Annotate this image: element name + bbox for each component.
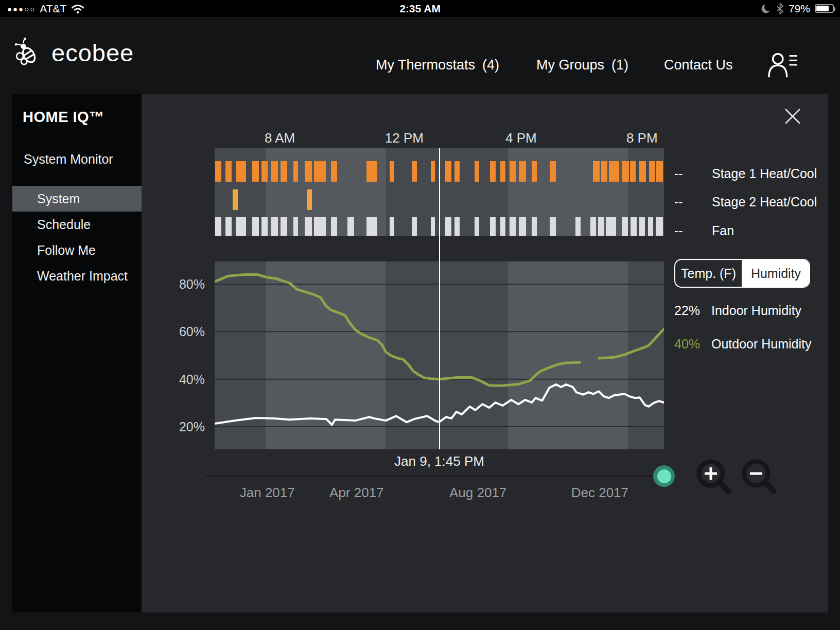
activity-bar — [500, 161, 505, 182]
legend-fan: --Fan — [674, 222, 734, 239]
brand-name: ecobee — [51, 39, 134, 67]
activity-bar — [412, 217, 417, 236]
activity-bar — [631, 217, 636, 236]
nav-my-thermostats[interactable]: My Thermostats(4) — [376, 57, 499, 73]
activity-bar — [215, 217, 221, 236]
activity-bar — [252, 217, 258, 236]
time-tick: 8 AM — [265, 129, 295, 147]
sidebar-item-follow-me[interactable]: Follow Me — [12, 237, 142, 263]
activity-bar — [606, 217, 616, 236]
status-right: 79% — [760, 0, 834, 17]
activity-bar — [307, 189, 312, 210]
battery-percent-label: 79% — [789, 3, 810, 15]
sidebar-title: HOME IQ™ — [23, 109, 104, 126]
activity-bar — [639, 161, 646, 182]
humidity-tick-label: 60% — [142, 324, 205, 339]
activity-bar — [366, 161, 377, 182]
toggle-humidity[interactable]: Humidity — [743, 260, 809, 287]
activity-bar — [510, 217, 516, 236]
activity-bar — [550, 161, 556, 182]
activity-bar — [305, 161, 312, 182]
activity-bar — [281, 161, 287, 182]
activity-bar — [630, 161, 636, 182]
activity-bar — [271, 161, 278, 182]
activity-bar — [261, 161, 268, 182]
toggle-temperature[interactable]: Temp. (F) — [675, 260, 743, 287]
activity-bar — [236, 217, 246, 236]
month-label: Aug 2017 — [449, 484, 506, 501]
sidebar-items: SystemScheduleFollow MeWeather Impact — [12, 186, 142, 289]
time-tick: 12 PM — [385, 129, 424, 147]
bluetooth-icon — [776, 3, 784, 15]
stage1-value: -- — [674, 165, 712, 182]
activity-bar — [390, 161, 395, 182]
activity-bar — [236, 161, 246, 182]
activity-bar — [445, 217, 451, 236]
activity-bar — [532, 217, 537, 236]
date-range-track[interactable] — [206, 476, 664, 477]
sidebar-item-system[interactable]: System — [12, 186, 142, 212]
activity-bar — [593, 161, 600, 182]
activity-bar — [622, 161, 629, 182]
account-icon — [766, 51, 798, 79]
ecobee-logo[interactable]: ecobee — [13, 38, 134, 67]
activity-bar — [454, 161, 460, 182]
humidity-tick-label: 40% — [142, 372, 205, 387]
activity-bar — [293, 161, 299, 182]
zoom-in-button[interactable] — [694, 457, 736, 498]
activity-bar — [305, 217, 312, 236]
clock-label: 2:35 AM — [0, 3, 840, 15]
moon-icon — [760, 3, 772, 14]
activity-bar — [639, 217, 645, 236]
activity-bar — [331, 161, 337, 182]
activity-bar — [532, 161, 537, 182]
activity-bar — [412, 161, 417, 182]
activity-bar — [215, 161, 221, 182]
fan-value: -- — [674, 222, 712, 239]
activity-bar — [445, 161, 451, 182]
activity-bar — [347, 217, 354, 236]
activity-bar — [575, 217, 581, 236]
activity-bar — [331, 217, 337, 236]
nav-my-groups[interactable]: My Groups(1) — [536, 57, 628, 73]
activity-bar — [648, 217, 653, 236]
thermostat-count: (4) — [482, 57, 499, 73]
zoom-in-icon — [694, 457, 736, 498]
outdoor-humidity-readout: 40%Outdoor Humidity — [674, 335, 812, 353]
stage2-label: Stage 2 Heat/Cool — [712, 195, 817, 209]
group-count: (1) — [611, 57, 628, 73]
close-icon — [783, 107, 802, 126]
activity-bar — [252, 161, 258, 182]
time-tick: 4 PM — [505, 129, 537, 147]
activity-bar — [261, 217, 268, 236]
sidebar-item-weather-impact[interactable]: Weather Impact — [12, 263, 142, 289]
close-button[interactable] — [783, 107, 804, 128]
account-menu-button[interactable] — [766, 51, 798, 81]
homeiq-sidebar: HOME IQ™ System Monitor SystemScheduleFo… — [12, 94, 142, 612]
activity-bar — [510, 161, 516, 182]
indoor-humidity-label: Indoor Humidity — [711, 303, 801, 318]
activity-bar — [454, 217, 460, 236]
zoom-out-button[interactable] — [740, 457, 781, 498]
activity-bar — [314, 161, 326, 182]
activity-bar — [598, 217, 604, 236]
activity-bar — [490, 161, 496, 182]
nav-contact-us[interactable]: Contact Us — [664, 57, 733, 73]
activity-bar — [271, 217, 278, 236]
activity-bar — [225, 217, 232, 236]
activity-bar — [366, 217, 377, 236]
activity-bar — [500, 217, 505, 236]
indoor-humidity-readout: 22%Indoor Humidity — [674, 302, 801, 319]
ios-status-bar: ●●●○○ AT&T 2:35 AM 79% — [0, 0, 840, 17]
activity-bar — [609, 161, 619, 182]
fan-label: Fan — [712, 223, 734, 238]
sidebar-item-schedule[interactable]: Schedule — [12, 212, 142, 237]
stage1-label: Stage 1 Heat/Cool — [712, 166, 817, 181]
sidebar-section-system-monitor[interactable]: System Monitor — [24, 152, 113, 167]
time-cursor[interactable] — [439, 148, 440, 449]
zoom-out-icon — [740, 457, 781, 498]
humidity-y-axis: 80%60%40%20% — [142, 261, 205, 449]
stage2-value: -- — [674, 193, 712, 211]
legend-stage2: --Stage 2 Heat/Cool — [674, 193, 817, 211]
activity-bar — [601, 161, 607, 182]
